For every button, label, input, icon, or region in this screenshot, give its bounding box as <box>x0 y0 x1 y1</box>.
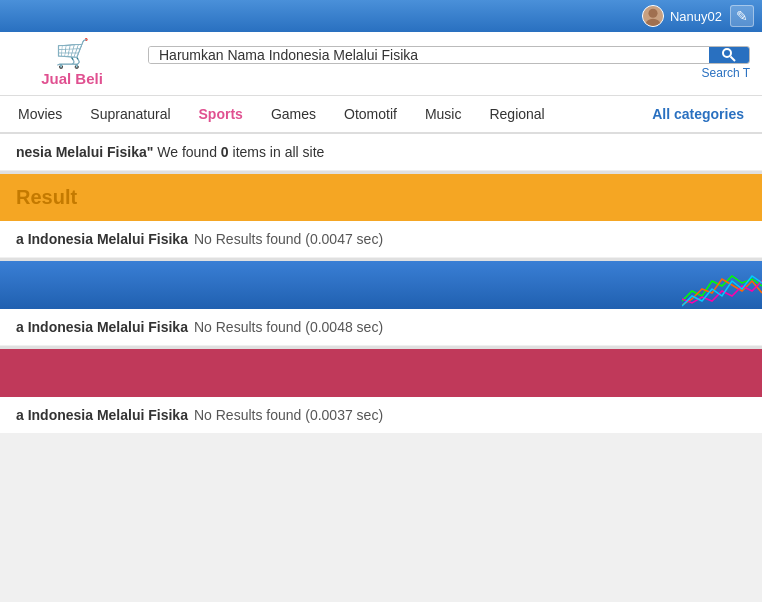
chart-area <box>682 261 762 309</box>
logo-text: Jual Beli <box>41 70 103 87</box>
logo-area[interactable]: 🛒 Jual Beli <box>12 40 132 87</box>
nav-item-regional[interactable]: Regional <box>475 96 558 132</box>
avatar <box>642 5 664 27</box>
svg-point-3 <box>723 49 731 57</box>
section-blue <box>0 261 762 309</box>
result-row-2: a Indonesia Melalui Fisika No Results fo… <box>0 309 762 346</box>
nav-all-categories[interactable]: All categories <box>638 96 758 132</box>
search-button[interactable] <box>709 47 749 63</box>
search-input[interactable] <box>149 47 709 63</box>
nav-item-music[interactable]: Music <box>411 96 476 132</box>
nav-item-movies[interactable]: Movies <box>4 96 76 132</box>
result-row-3-query: a Indonesia Melalui Fisika <box>16 407 188 423</box>
top-bar: Nanuy02 ✎ <box>0 0 762 32</box>
nav-bar: Movies Supranatural Sports Games Otomoti… <box>0 96 762 134</box>
section-title: Result <box>16 186 746 209</box>
search-t-label: Search T <box>702 66 750 82</box>
result-row-2-query: a Indonesia Melalui Fisika <box>16 319 188 335</box>
result-suffix: items in all site <box>233 144 325 160</box>
username-label: Nanuy02 <box>670 9 722 24</box>
svg-point-1 <box>648 9 657 18</box>
nav-item-supranatural[interactable]: Supranatural <box>76 96 184 132</box>
header: 🛒 Jual Beli Search T <box>0 32 762 96</box>
search-query-prefix: nesia Melalui Fisika" <box>16 144 153 160</box>
section-pink <box>0 349 762 397</box>
result-row-1-query: a Indonesia Melalui Fisika <box>16 231 188 247</box>
search-bar <box>148 46 750 64</box>
edit-button[interactable]: ✎ <box>730 5 754 27</box>
result-row-3-text: No Results found (0.0037 sec) <box>194 407 383 423</box>
content: nesia Melalui Fisika" We found 0 items i… <box>0 134 762 434</box>
result-row-1-text: No Results found (0.0047 sec) <box>194 231 383 247</box>
result-section-yellow: Result <box>0 174 762 221</box>
user-info: Nanuy02 <box>642 5 722 27</box>
cart-icon: 🛒 <box>55 40 90 68</box>
nav-item-games[interactable]: Games <box>257 96 330 132</box>
result-count: 0 <box>221 144 229 160</box>
svg-line-4 <box>731 56 736 61</box>
result-row-1: a Indonesia Melalui Fisika No Results fo… <box>0 221 762 258</box>
found-message: We found <box>157 144 221 160</box>
nav-item-otomotif[interactable]: Otomotif <box>330 96 411 132</box>
result-row-3: a Indonesia Melalui Fisika No Results fo… <box>0 397 762 434</box>
result-row-2-text: No Results found (0.0048 sec) <box>194 319 383 335</box>
nav-item-sports[interactable]: Sports <box>185 96 257 134</box>
search-result-header: nesia Melalui Fisika" We found 0 items i… <box>0 134 762 171</box>
